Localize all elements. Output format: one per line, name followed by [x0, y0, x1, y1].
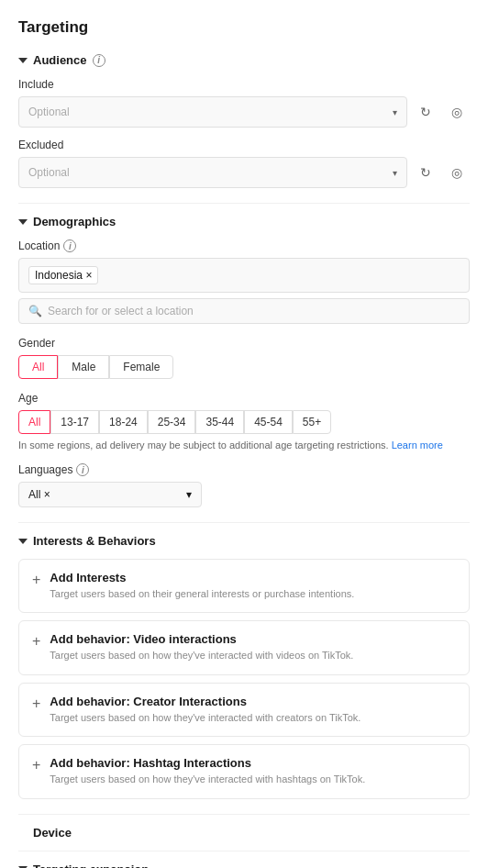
age-btn-18-24[interactable]: 18-24	[99, 410, 148, 434]
device-section: Device	[18, 826, 470, 840]
age-field: Age All 13-17 18-24 25-34 35-44 45-54 55…	[18, 392, 470, 451]
age-btn-35-44[interactable]: 35-44	[195, 410, 244, 434]
excluded-select[interactable]: Optional ▾	[18, 157, 407, 188]
gender-buttons: All Male Female	[18, 355, 470, 379]
add-video-desc: Target users based on how they've intera…	[50, 649, 353, 662]
device-section-header[interactable]: Device	[18, 826, 470, 840]
include-select-row: Optional ▾ ↻ ◎	[18, 96, 470, 128]
add-interests-text: Add Interests Target users based on thei…	[50, 571, 354, 601]
include-chevron-icon: ▾	[393, 107, 397, 117]
demographics-collapse-arrow	[18, 219, 28, 225]
interests-behaviors-section: Interests & Behaviors + Add Interests Ta…	[18, 534, 470, 799]
demographics-label: Demographics	[33, 215, 116, 228]
divider-4	[18, 851, 470, 851]
add-interests-card[interactable]: + Add Interests Target users based on th…	[18, 559, 470, 613]
add-interests-desc: Target users based on their general inte…	[50, 587, 354, 601]
audience-content: Include Optional ▾ ↻ ◎ Excluded Optional…	[18, 78, 470, 188]
interests-content: + Add Interests Target users based on th…	[18, 559, 470, 799]
audience-label: Audience	[33, 53, 87, 67]
include-select[interactable]: Optional ▾	[18, 96, 407, 128]
excluded-label: Excluded	[18, 139, 470, 151]
add-video-interactions-card[interactable]: + Add behavior: Video interactions Targe…	[18, 620, 470, 674]
add-hashtag-interactions-card[interactable]: + Add behavior: Hashtag Interactions Tar…	[18, 744, 470, 798]
location-search-box[interactable]: 🔍 Search for or select a location	[18, 298, 470, 324]
add-creator-text: Add behavior: Creator Interactions Targe…	[50, 695, 360, 725]
excluded-chevron-icon: ▾	[393, 168, 397, 178]
languages-value: All ×	[28, 488, 50, 501]
include-refresh-button[interactable]: ↻	[413, 99, 438, 125]
age-btn-13-17[interactable]: 13-17	[50, 410, 99, 434]
age-note: In some regions, ad delivery may be subj…	[18, 440, 470, 451]
excluded-field: Excluded Optional ▾ ↻ ◎	[18, 139, 470, 188]
add-interests-plus-icon: +	[32, 572, 40, 588]
audience-info-icon: i	[93, 54, 105, 67]
gender-btn-all[interactable]: All	[18, 355, 58, 379]
gender-btn-female[interactable]: Female	[109, 355, 173, 379]
targeting-expansion-header[interactable]: Targeting expansion	[18, 862, 470, 868]
location-label: Location i	[18, 239, 470, 252]
targeting-expansion-label: Targeting expansion	[33, 862, 149, 868]
divider-1	[18, 203, 470, 204]
demographics-section-header[interactable]: Demographics	[18, 215, 470, 228]
add-creator-desc: Target users based on how they've intera…	[50, 711, 360, 725]
location-field: Location i Indonesia × 🔍 Search for or s…	[18, 239, 470, 324]
location-box: Indonesia ×	[18, 258, 470, 293]
audience-section: Audience i Include Optional ▾ ↻ ◎ Exclud…	[18, 53, 470, 188]
gender-field: Gender All Male Female	[18, 337, 470, 379]
targeting-expansion-section: Targeting expansion Enabling targeting e…	[18, 862, 470, 868]
add-hashtag-desc: Target users based on how they've intera…	[50, 773, 365, 786]
excluded-refresh-button[interactable]: ↻	[413, 160, 438, 185]
age-btn-55plus[interactable]: 55+	[293, 410, 331, 434]
location-search-icon: 🔍	[28, 305, 42, 317]
add-video-plus-icon: +	[32, 633, 40, 650]
gender-btn-male[interactable]: Male	[58, 355, 109, 379]
age-buttons: All 13-17 18-24 25-34 35-44 45-54 55+	[18, 410, 470, 434]
divider-3	[18, 814, 470, 815]
languages-info-icon: i	[76, 463, 89, 476]
add-creator-plus-icon: +	[32, 696, 40, 712]
age-learn-more-link[interactable]: Learn more	[392, 440, 443, 451]
languages-select[interactable]: All × ▾	[18, 482, 202, 507]
demographics-section: Demographics Location i Indonesia × 🔍 Se…	[18, 215, 470, 507]
excluded-target-button[interactable]: ◎	[444, 160, 470, 185]
include-label: Include	[18, 78, 470, 91]
divider-2	[18, 522, 470, 523]
interests-collapse-arrow	[18, 539, 28, 544]
location-search-placeholder: Search for or select a location	[48, 305, 194, 317]
add-creator-title: Add behavior: Creator Interactions	[50, 695, 360, 708]
page-title: Targeting	[18, 18, 470, 37]
audience-collapse-arrow	[18, 58, 28, 63]
include-field: Include Optional ▾ ↻ ◎	[18, 78, 470, 128]
add-video-text: Add behavior: Video interactions Target …	[50, 632, 353, 662]
add-video-title: Add behavior: Video interactions	[50, 632, 353, 646]
add-hashtag-plus-icon: +	[32, 757, 40, 773]
excluded-placeholder: Optional	[28, 166, 70, 179]
add-hashtag-text: Add behavior: Hashtag Interactions Targe…	[50, 756, 365, 786]
demographics-content: Location i Indonesia × 🔍 Search for or s…	[18, 239, 470, 507]
location-info-icon: i	[63, 239, 76, 252]
languages-chevron-icon: ▾	[186, 488, 192, 501]
location-tag-indonesia[interactable]: Indonesia ×	[28, 266, 98, 284]
gender-label: Gender	[18, 337, 470, 350]
languages-label: Languages i	[18, 463, 470, 476]
interests-section-header[interactable]: Interests & Behaviors	[18, 534, 470, 548]
audience-section-header[interactable]: Audience i	[18, 53, 470, 67]
excluded-select-row: Optional ▾ ↻ ◎	[18, 157, 470, 188]
add-creator-interactions-card[interactable]: + Add behavior: Creator Interactions Tar…	[18, 683, 470, 737]
add-hashtag-title: Add behavior: Hashtag Interactions	[50, 756, 365, 770]
include-target-button[interactable]: ◎	[444, 99, 470, 125]
include-placeholder: Optional	[28, 106, 70, 118]
interests-label: Interests & Behaviors	[33, 534, 156, 548]
device-label: Device	[33, 826, 72, 840]
add-interests-title: Add Interests	[50, 571, 354, 584]
age-btn-45-54[interactable]: 45-54	[244, 410, 293, 434]
age-btn-all[interactable]: All	[18, 410, 50, 434]
age-btn-25-34[interactable]: 25-34	[148, 410, 196, 434]
age-label: Age	[18, 392, 470, 405]
device-expand-arrow	[18, 828, 28, 837]
languages-field: Languages i All × ▾	[18, 463, 470, 507]
